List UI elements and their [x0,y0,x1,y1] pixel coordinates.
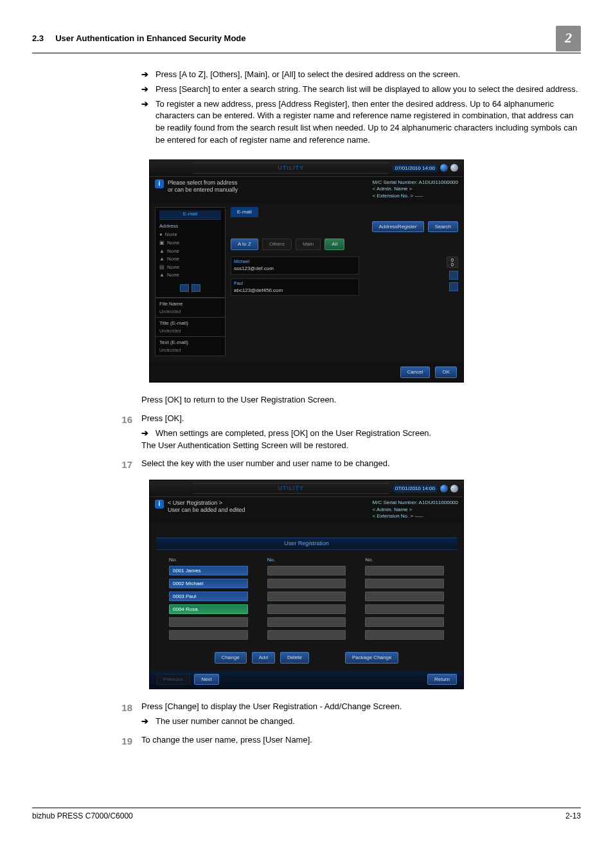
address-none: ▤None [159,264,221,271]
panel-icon[interactable] [450,164,458,172]
email-entry[interactable]: Michael sss123@def.com [231,257,359,275]
delete-button[interactable]: Delete [280,652,309,664]
bullet-text: To register a new address, press [Addres… [155,98,581,147]
change-button[interactable]: Change [215,652,247,664]
user-slot-empty[interactable] [365,630,444,640]
user-slot[interactable]: 0001 James [169,566,248,575]
undecided-label: Undecided [159,348,181,352]
user-slot-empty[interactable] [267,566,346,575]
undecided-label: Undecided [159,329,181,333]
user-slot-empty[interactable] [267,592,346,601]
footer-left: bizhub PRESS C7000/C6000 [32,811,133,822]
left-tab[interactable]: E-mail [159,210,221,220]
user-slot-empty[interactable] [267,617,346,627]
help-icon[interactable] [440,485,448,493]
serial-line: M/C Serial Number: A1DU011000000 [373,179,458,186]
scroll-down-button[interactable] [449,282,458,291]
step-subtext: The user number cannot be changed. [155,716,295,728]
user-slot[interactable]: 0002 Michael [169,579,248,588]
arrow-icon: ➔ [141,428,155,440]
column-header: No. [169,556,248,564]
address-none: ▲None [159,255,221,263]
utility-title: UTILITY [193,163,389,174]
info-icon: i [155,500,164,509]
user-slot-empty[interactable] [267,579,346,588]
user-slot-empty[interactable] [365,604,444,614]
step-subtext: When settings are completed, press [OK] … [155,428,431,440]
user-slot-selected[interactable]: 0004 Rosa [169,604,248,614]
section-title: User Authentication in Enhanced Security… [55,33,245,43]
page-header: 2.3 User Authentication in Enhanced Secu… [32,26,581,53]
user-slot-empty[interactable] [267,604,346,614]
user-slot[interactable]: 0003 Paul [169,592,248,601]
page-footer: bizhub PRESS C7000/C6000 2-13 [32,808,581,822]
all-button[interactable]: All [324,239,344,250]
serial-box: M/C Serial Number: A1DU011000000 < Admin… [373,500,458,520]
count-display: 0 0 [447,257,458,268]
info-message: Please select from address or can be ent… [168,179,373,194]
step-text: Select the key with the user number and … [141,458,581,470]
panel-icon[interactable] [450,485,458,493]
column-header: No. [267,556,346,564]
address-none: ▲None [159,271,221,279]
arrow-icon: ➔ [141,98,155,147]
help-icon[interactable] [440,164,448,172]
user-slot-empty[interactable] [365,617,444,627]
serial-line: < Admin. Name > [373,186,458,192]
up-arrow-button[interactable] [180,284,189,292]
utility-title: UTILITY [193,483,389,494]
address-none: ▲None [159,248,221,255]
entry-address: abc123@def456.com [234,287,356,294]
search-button[interactable]: Search [428,221,458,233]
file-name-label: File Name [159,301,182,307]
address-register-button[interactable]: AddressRegister [372,221,424,233]
arrow-icon: ➔ [141,84,155,96]
user-slot-empty[interactable] [365,592,444,601]
return-button[interactable]: Return [427,674,457,685]
user-slot-empty[interactable] [365,566,444,575]
package-change-button[interactable]: Package Change [345,652,398,664]
step-text: To change the user name, press [User Nam… [141,734,581,746]
left-meta: File NameUndecided Title (E-mail)Undecid… [155,298,226,357]
entry-name: Michael [234,258,356,265]
down-arrow-button[interactable] [191,284,200,292]
serial-line: M/C Serial Number: A1DU011000000 [373,500,458,506]
email-entry[interactable]: Paul abc123@def456.com [231,278,359,296]
others-button[interactable]: Others [262,239,292,250]
step-text: Press [Change] to display the User Regis… [141,701,581,713]
user-slot-empty[interactable] [169,630,248,640]
footer-right: 2-13 [565,811,581,822]
add-button[interactable]: Add [252,652,275,664]
atoz-button[interactable]: A to Z [231,239,258,250]
section-number: 2.3 [32,33,44,43]
undecided-label: Undecided [159,309,181,314]
screenshot-registration: UTILITY 07/01/2010 14:00 i < User Regist… [149,480,464,689]
next-button[interactable]: Next [194,674,218,685]
ok-button[interactable]: OK [435,366,457,378]
address-none: ●None [159,231,221,239]
info-icon: i [155,179,164,188]
registration-title: User Registration [156,538,457,550]
step-number: 17 [32,458,141,472]
step-number: 19 [32,734,141,748]
step-text: Press [OK]. [141,413,581,425]
serial-box: M/C Serial Number: A1DU011000000 < Admin… [373,179,458,199]
chapter-number: 2 [556,26,581,51]
main-button[interactable]: Main [296,239,321,250]
user-slot-empty[interactable] [169,617,248,627]
arrow-icon: ➔ [141,69,155,81]
previous-button[interactable]: Previous [156,674,190,685]
address-none: ▣None [159,239,221,247]
email-tab[interactable]: E-mail [231,207,258,217]
entry-address: sss123@def.com [234,265,356,273]
user-slot-empty[interactable] [267,630,346,640]
user-slot-empty[interactable] [365,579,444,588]
bullet-list: ➔ Press [A to Z], [Others], [Main], or [… [141,69,581,147]
scroll-up-button[interactable] [449,271,458,280]
arrow-icon: ➔ [141,716,155,728]
text-email-label: Text (E-mail) [159,339,188,345]
serial-line: < Extension No. > ----- [373,513,458,520]
cancel-button[interactable]: Cancel [400,366,431,378]
step-number: 16 [32,413,141,452]
step-text: The User Authentication Setting Screen w… [141,440,581,452]
